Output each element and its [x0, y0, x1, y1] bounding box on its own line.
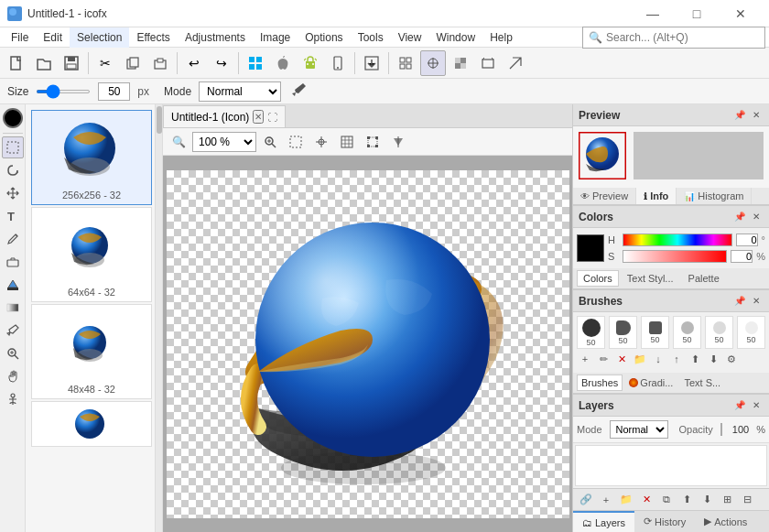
document-tab[interactable]: Untitled-1 (Icon) ✕ ⛶ — [163, 105, 286, 127]
brush-import-button[interactable]: ↓ — [650, 351, 666, 367]
menu-image[interactable]: Image — [253, 27, 298, 48]
brush-folder-button[interactable]: 📁 — [632, 351, 648, 367]
gradient-tool[interactable] — [2, 297, 24, 319]
menu-options[interactable]: Options — [298, 27, 350, 48]
colors-pin-button[interactable]: 📌 — [732, 210, 747, 224]
menu-selection[interactable]: Selection — [70, 27, 129, 48]
tab-info[interactable]: ℹ Info — [636, 188, 677, 204]
windows-icon-button[interactable] — [243, 50, 268, 76]
icon-thumb-32[interactable] — [31, 401, 152, 447]
search-box[interactable]: 🔍 — [582, 27, 765, 49]
crosshair-canvas[interactable] — [309, 131, 333, 153]
layers-mode-select[interactable]: Normal Multiply Screen — [610, 420, 668, 439]
preview-pin-button[interactable]: 📌 — [732, 108, 747, 123]
icon-thumb-64[interactable]: 64x64 - 32 — [31, 207, 152, 302]
zoom-out-canvas[interactable]: 🔍 — [167, 131, 190, 153]
foreground-color[interactable] — [3, 108, 23, 128]
brush-6[interactable]: 50 — [737, 316, 765, 349]
menu-view[interactable]: View — [391, 27, 429, 48]
menu-file[interactable]: File — [4, 27, 36, 48]
brush-5[interactable]: 50 — [705, 316, 733, 349]
select-rect-canvas[interactable] — [284, 131, 308, 153]
subtab-colors[interactable]: Colors — [577, 270, 619, 287]
colors-close-button[interactable]: ✕ — [749, 210, 764, 224]
new-button[interactable] — [4, 50, 29, 76]
close-button[interactable]: ✕ — [720, 0, 762, 27]
brushes-close-button[interactable]: ✕ — [749, 294, 764, 309]
color-swatch-preview[interactable] — [577, 234, 604, 262]
menu-tools[interactable]: Tools — [351, 27, 391, 48]
brush-2[interactable]: 50 — [609, 316, 637, 349]
layer-link-button[interactable]: 🔗 — [577, 492, 595, 508]
copy-button[interactable] — [120, 50, 146, 76]
menu-adjustments[interactable]: Adjustments — [178, 27, 253, 48]
minimize-button[interactable]: — — [632, 0, 674, 27]
lasso-tool[interactable] — [2, 159, 24, 181]
menu-edit[interactable]: Edit — [36, 27, 70, 48]
brush-delete-button[interactable]: ✕ — [613, 351, 630, 367]
subtab-palette[interactable]: Palette — [682, 270, 726, 287]
eraser-tool[interactable] — [2, 251, 24, 273]
brush-4[interactable]: 50 — [673, 316, 701, 349]
brush-move-up-button[interactable]: ⬆ — [687, 351, 703, 367]
icon-thumb-48[interactable]: 48x48 - 32 — [31, 304, 152, 399]
brush-1[interactable]: 50 — [577, 316, 605, 349]
android-icon-button[interactable] — [298, 50, 323, 76]
text-tool[interactable]: T — [2, 205, 24, 227]
zoom-tool[interactable] — [2, 342, 24, 364]
bottom-tab-actions[interactable]: ▶ Actions — [695, 511, 756, 532]
grid-view-button[interactable] — [393, 50, 418, 76]
sat-slider[interactable] — [623, 250, 727, 263]
flip-canvas[interactable] — [386, 131, 410, 153]
brush-edit-button[interactable]: ✏ — [595, 351, 612, 367]
tab-preview[interactable]: 👁 Preview — [573, 188, 636, 204]
close-document-button[interactable]: ✕ — [253, 110, 264, 124]
layer-up-button[interactable]: ⬆ — [677, 492, 696, 508]
layer-merge-button[interactable]: ⊞ — [718, 492, 736, 508]
brushes-pin-button[interactable]: 📌 — [732, 294, 747, 309]
scrollbar-thumb[interactable] — [157, 106, 162, 134]
sat-value[interactable]: 0 — [731, 250, 753, 263]
canvas-button[interactable] — [475, 50, 501, 76]
search-input[interactable] — [606, 31, 759, 44]
subtab-textstyle[interactable]: Text Styl... — [621, 270, 680, 287]
save-button[interactable] — [59, 50, 84, 76]
mode-select[interactable]: Normal Dissolve Multiply Screen Overlay — [199, 81, 281, 102]
anchor-tool[interactable] — [2, 388, 24, 410]
mobile-icon-button[interactable] — [325, 50, 351, 76]
brush-move-down-button[interactable]: ⬇ — [705, 351, 721, 367]
open-button[interactable] — [31, 50, 57, 76]
layer-dup-button[interactable]: ⧉ — [657, 492, 676, 508]
expand-document-button[interactable]: ⛶ — [267, 112, 277, 123]
icon-list-scrollbar[interactable] — [155, 104, 162, 532]
layer-flatten-button[interactable]: ⊟ — [738, 492, 756, 508]
layer-delete-button[interactable]: ✕ — [637, 492, 655, 508]
paste-button[interactable] — [147, 50, 173, 76]
bounds-canvas[interactable] — [361, 131, 384, 153]
pipette-button[interactable] — [288, 81, 310, 103]
cut-button[interactable]: ✂ — [92, 50, 118, 76]
eyedropper-tool[interactable] — [2, 320, 24, 342]
grid-canvas[interactable] — [335, 131, 359, 153]
layers-close-button[interactable]: ✕ — [749, 398, 764, 413]
zoom-in-canvas[interactable] — [258, 131, 282, 153]
import-button[interactable] — [359, 50, 384, 76]
icon-thumb-256[interactable]: 256x256 - 32 — [31, 110, 152, 205]
brush-3[interactable]: 50 — [641, 316, 669, 349]
bottom-tab-layers[interactable]: 🗂 Layers — [573, 511, 634, 532]
undo-button[interactable]: ↩ — [181, 50, 207, 76]
zoom-select[interactable]: 100 % 50 % 200 % Fit — [192, 132, 256, 152]
layer-folder-button[interactable]: 📁 — [617, 492, 635, 508]
select-tool[interactable] — [2, 136, 24, 158]
menu-effects[interactable]: Effects — [129, 27, 177, 48]
hand-tool[interactable] — [2, 365, 24, 387]
layer-down-button[interactable]: ⬇ — [698, 492, 716, 508]
crosshair-button[interactable] — [420, 50, 446, 76]
layer-new-button[interactable]: + — [597, 492, 615, 508]
bottom-tab-history[interactable]: ⟳ History — [634, 511, 695, 532]
transform-button[interactable] — [503, 50, 528, 76]
brush-export-button[interactable]: ↑ — [668, 351, 685, 367]
size-slider[interactable] — [36, 90, 91, 93]
menu-window[interactable]: Window — [428, 27, 482, 48]
brush-add-button[interactable]: + — [577, 351, 593, 367]
